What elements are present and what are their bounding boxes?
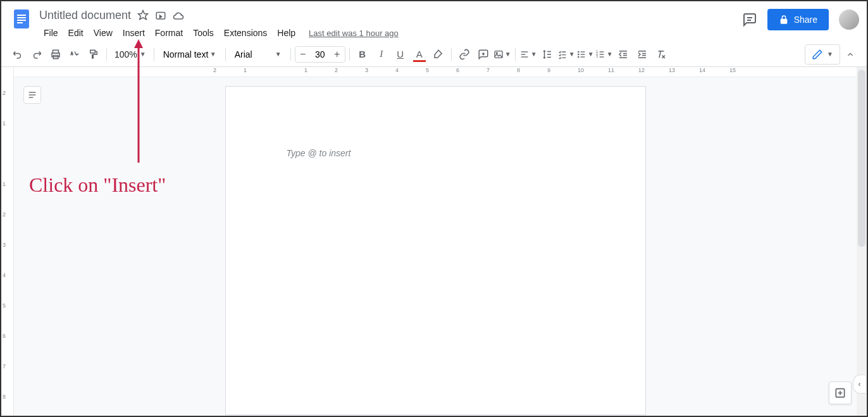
- redo-button[interactable]: [28, 46, 46, 63]
- svg-rect-3: [17, 20, 26, 21]
- chevron-down-icon: ▼: [588, 51, 594, 58]
- italic-button[interactable]: I: [373, 46, 390, 63]
- explore-button[interactable]: [829, 382, 852, 404]
- paragraph-style-select[interactable]: Normal text▼: [158, 47, 221, 62]
- svg-point-16: [496, 52, 497, 53]
- move-icon[interactable]: [155, 9, 166, 21]
- chevron-down-icon: ▼: [607, 51, 613, 58]
- zoom-select[interactable]: 100%▼: [111, 47, 150, 62]
- svg-rect-4: [17, 22, 23, 23]
- line-spacing-button[interactable]: [538, 46, 556, 63]
- lock-icon: [779, 15, 789, 25]
- toolbar-separator: [225, 48, 226, 61]
- toolbar-separator: [106, 48, 107, 61]
- menu-help[interactable]: Help: [273, 25, 300, 40]
- scrollbar-thumb[interactable]: [858, 70, 865, 247]
- docs-logo[interactable]: [9, 6, 34, 32]
- comments-icon[interactable]: [742, 12, 757, 27]
- document-page[interactable]: Type @ to insert: [225, 86, 646, 415]
- bulleted-list-button[interactable]: ▼: [576, 46, 594, 63]
- menu-edit[interactable]: Edit: [64, 25, 88, 40]
- chevron-down-icon: ▼: [569, 51, 575, 58]
- paint-format-button[interactable]: [85, 46, 102, 63]
- vertical-ruler: 2 1 1 2 3 4 5 6 7 8: [1, 67, 14, 416]
- cloud-status-icon[interactable]: [173, 9, 184, 21]
- menu-view[interactable]: View: [89, 25, 117, 40]
- font-size-input[interactable]: [311, 49, 330, 59]
- toolbar-separator: [451, 48, 452, 61]
- chevron-down-icon: ▼: [531, 51, 537, 58]
- insert-link-button[interactable]: [456, 46, 473, 63]
- checklist-button[interactable]: ▼: [557, 46, 575, 63]
- svg-point-22: [578, 56, 578, 57]
- placeholder-text: Type @ to insert: [287, 148, 351, 158]
- editing-mode-button[interactable]: ▼: [805, 44, 840, 65]
- undo-button[interactable]: [9, 46, 27, 63]
- toolbar-separator: [515, 48, 516, 61]
- add-comment-button[interactable]: [474, 46, 492, 63]
- svg-rect-0: [14, 9, 29, 28]
- toolbar: 100%▼ Normal text▼ Arial▼ − + B I U A ▼ …: [1, 42, 867, 67]
- svg-rect-12: [90, 50, 96, 53]
- menu-format[interactable]: Format: [151, 25, 187, 40]
- increase-indent-button[interactable]: [633, 46, 651, 63]
- bold-button[interactable]: B: [354, 46, 371, 63]
- text-color-button[interactable]: A: [411, 46, 428, 63]
- menu-insert[interactable]: Insert: [118, 25, 149, 40]
- menu-extensions[interactable]: Extensions: [220, 25, 271, 40]
- numbered-list-button[interactable]: 123▼: [595, 46, 613, 63]
- side-panel-toggle[interactable]: ‹: [853, 375, 865, 394]
- pencil-icon: [812, 49, 823, 60]
- spellcheck-button[interactable]: [66, 46, 84, 63]
- decrease-indent-button[interactable]: [614, 46, 632, 63]
- clear-formatting-button[interactable]: [652, 46, 670, 63]
- insert-image-button[interactable]: ▼: [493, 46, 511, 63]
- star-icon[interactable]: [137, 9, 149, 21]
- canvas-area[interactable]: Type @ to insert: [14, 67, 857, 416]
- share-button[interactable]: Share: [767, 9, 829, 30]
- align-button[interactable]: ▼: [519, 46, 537, 63]
- underline-button[interactable]: U: [392, 46, 409, 63]
- chevron-down-icon: ▼: [275, 51, 282, 58]
- menu-tools[interactable]: Tools: [189, 25, 218, 40]
- svg-text:3: 3: [596, 55, 598, 58]
- toolbar-separator: [290, 48, 291, 61]
- increase-font-size-button[interactable]: +: [330, 47, 345, 62]
- last-edit-link[interactable]: Last edit was 1 hour ago: [309, 28, 399, 38]
- decrease-font-size-button[interactable]: −: [295, 47, 311, 62]
- share-label: Share: [794, 15, 817, 25]
- chevron-down-icon: ▼: [210, 51, 216, 58]
- print-button[interactable]: [47, 46, 65, 63]
- vertical-scrollbar[interactable]: [857, 67, 867, 416]
- svg-rect-2: [17, 17, 26, 18]
- user-avatar[interactable]: [839, 9, 859, 30]
- highlight-button[interactable]: [430, 46, 447, 63]
- toolbar-separator: [154, 48, 154, 61]
- menubar: File Edit View Insert Format Tools Exten…: [39, 24, 742, 42]
- chevron-down-icon: ▼: [827, 51, 833, 58]
- menu-file[interactable]: File: [39, 25, 63, 40]
- svg-point-20: [578, 51, 578, 52]
- svg-rect-1: [17, 15, 26, 16]
- svg-point-21: [578, 54, 578, 54]
- chevron-down-icon: ▼: [505, 51, 511, 58]
- font-select[interactable]: Arial▼: [230, 47, 287, 62]
- collapse-toolbar-button[interactable]: [841, 46, 859, 63]
- chevron-down-icon: ▼: [140, 51, 146, 58]
- document-title[interactable]: Untitled document: [39, 9, 131, 22]
- svg-marker-5: [139, 11, 148, 20]
- toolbar-separator: [349, 48, 350, 61]
